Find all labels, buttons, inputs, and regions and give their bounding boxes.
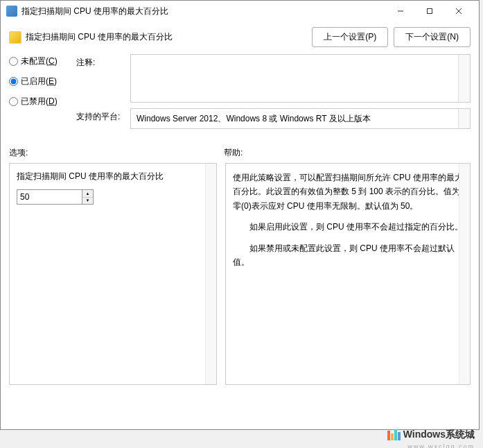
main-section: 未配置(C) 已启用(E) 已禁用(D) 注释: 支持的平台: (9, 54, 471, 135)
help-paragraph-3: 如果禁用或未配置此设置，则 CPU 使用率不会超过默认值。 (233, 241, 463, 270)
cpu-percent-spinner: ▲ ▼ (17, 189, 209, 205)
section-labels: 选项: 帮助: (9, 147, 471, 159)
radio-enabled[interactable]: 已启用(E) (9, 76, 68, 87)
platform-label: 支持的平台: (76, 108, 125, 123)
content-area: 指定扫描期间 CPU 使用率的最大百分比 上一个设置(P) 下一个设置(N) 未… (1, 21, 479, 390)
help-panel: 使用此策略设置，可以配置扫描期间所允许 CPU 使用率的最大百分比。此设置的有效… (225, 163, 471, 385)
close-icon (455, 8, 462, 15)
options-scrollbar[interactable] (205, 164, 216, 384)
panels-row: 指定扫描期间 CPU 使用率的最大百分比 ▲ ▼ 使用此策略设置，可以配置扫描期… (9, 163, 471, 385)
watermark: Windows系统城 (387, 429, 475, 441)
minimize-button[interactable] (386, 1, 415, 21)
previous-setting-button[interactable]: 上一个设置(P) (312, 27, 388, 47)
spinner-buttons: ▲ ▼ (82, 189, 94, 205)
spin-up-button[interactable]: ▲ (82, 190, 93, 198)
radio-enabled-input[interactable] (9, 77, 18, 86)
comment-label: 注释: (76, 54, 125, 69)
watermark-logo-icon (387, 429, 401, 440)
next-setting-button[interactable]: 下一个设置(N) (394, 27, 471, 47)
next-btn-label: 下一个设置(N) (405, 32, 459, 42)
header-row: 指定扫描期间 CPU 使用率的最大百分比 上一个设置(P) 下一个设置(N) (9, 27, 471, 47)
state-radio-group: 未配置(C) 已启用(E) 已禁用(D) (9, 54, 68, 135)
maximize-button[interactable] (415, 1, 444, 21)
prev-btn-label: 上一个设置(P) (324, 32, 376, 42)
policy-title: 指定扫描期间 CPU 使用率的最大百分比 (26, 31, 312, 43)
radio-not-configured-label: 未配置(C) (21, 55, 58, 67)
platform-text: Windows Server 2012、Windows 8 或 Windows … (137, 114, 371, 123)
watermark-text: Windows系统城 (403, 429, 475, 441)
minimize-icon (397, 8, 404, 15)
radio-disabled-input[interactable] (9, 97, 18, 106)
platform-row: 支持的平台: Windows Server 2012、Windows 8 或 W… (76, 108, 471, 129)
svg-rect-1 (428, 9, 432, 14)
window-title: 指定扫描期间 CPU 使用率的最大百分比 (21, 6, 386, 17)
options-panel: 指定扫描期间 CPU 使用率的最大百分比 ▲ ▼ (9, 163, 217, 385)
comment-row: 注释: (76, 54, 471, 103)
policy-icon (9, 31, 21, 44)
titlebar: 指定扫描期间 CPU 使用率的最大百分比 (1, 1, 479, 21)
nav-buttons: 上一个设置(P) 下一个设置(N) (312, 27, 471, 47)
close-button[interactable] (444, 1, 473, 21)
comment-textarea[interactable] (130, 54, 471, 103)
dialog-window: 指定扫描期间 CPU 使用率的最大百分比 指定扫描期间 CPU 使用率的最大百分… (0, 0, 480, 430)
watermark-url: www.wxclgg.com (407, 443, 475, 448)
radio-enabled-label: 已启用(E) (21, 76, 57, 87)
help-section-label: 帮助: (224, 147, 243, 159)
radio-disabled[interactable]: 已禁用(D) (9, 96, 68, 107)
platform-value: Windows Server 2012、Windows 8 或 Windows … (130, 108, 471, 129)
fields-section: 注释: 支持的平台: Windows Server 2012、Windows 8… (76, 54, 471, 135)
app-icon (6, 6, 17, 17)
help-scrollbar[interactable] (459, 164, 470, 384)
radio-not-configured-input[interactable] (9, 57, 18, 66)
option-label: 指定扫描期间 CPU 使用率的最大百分比 (17, 171, 209, 182)
window-controls (386, 1, 473, 21)
cpu-percent-input[interactable] (17, 189, 82, 205)
radio-not-configured[interactable]: 未配置(C) (9, 55, 68, 67)
options-section-label: 选项: (9, 147, 224, 159)
help-paragraph-1: 使用此策略设置，可以配置扫描期间所允许 CPU 使用率的最大百分比。此设置的有效… (233, 171, 463, 213)
spin-down-button[interactable]: ▼ (82, 198, 93, 205)
radio-disabled-label: 已禁用(D) (21, 96, 58, 107)
help-paragraph-2: 如果启用此设置，则 CPU 使用率不会超过指定的百分比。 (233, 220, 463, 234)
maximize-icon (426, 8, 433, 15)
